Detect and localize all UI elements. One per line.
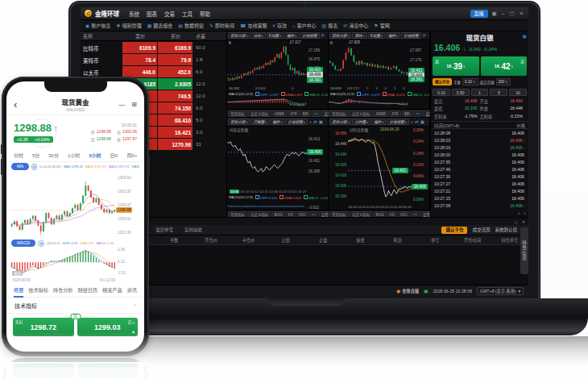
- timeframe-tab[interactable]: 30分: [48, 152, 59, 159]
- section-tab[interactable]: 相关产品: [102, 283, 122, 298]
- section-tab[interactable]: 持仓分析: [53, 283, 73, 298]
- timeframe-tab[interactable]: 周K: [126, 152, 135, 159]
- col-sell[interactable]: 卖价: [122, 32, 158, 40]
- timeframe-tab[interactable]: 5分: [32, 152, 39, 159]
- toolbar-button[interactable]: ⌂ 客户中心: [292, 22, 317, 29]
- indicator-tab[interactable]: BBI: [300, 110, 311, 117]
- toolbar-button[interactable]: ▦ 图表组合: [147, 22, 173, 29]
- live-stream-link[interactable]: ◉ 金隆直播: [396, 288, 419, 294]
- indicator-dropdown[interactable]: 指标▾: [284, 32, 299, 39]
- range-link[interactable]: 成交范围: [472, 227, 490, 233]
- watchlist-row[interactable]: 以太币 446.0 452.0 6.0: [81, 65, 226, 77]
- section-tab[interactable]: 资讯: [127, 283, 137, 298]
- period-dropdown[interactable]: 分时图▾: [352, 119, 371, 125]
- confirm-open-button[interactable]: 确认开仓: [433, 78, 452, 85]
- zoom-handle[interactable]: 缩放: [12, 271, 23, 276]
- buy-price-cell[interactable]: 16.421: [158, 127, 193, 138]
- indicator-dropdown[interactable]: 指标▾: [270, 119, 284, 125]
- buy-price-cell[interactable]: 1270.96: [158, 139, 193, 150]
- watchlist-row[interactable]: 莱特币 78.4 79.9 1.8: [81, 53, 226, 65]
- period-dropdown[interactable]: 日线▾: [251, 32, 265, 39]
- section-tab[interactable]: 技术指标: [28, 283, 48, 298]
- blotter-tab[interactable]: 当日单号: [150, 225, 179, 235]
- col-buy[interactable]: 买价: [158, 32, 193, 40]
- toolbar-button[interactable]: ❖ 组别管理: [116, 22, 141, 29]
- weekly-macd-chart[interactable]: [329, 97, 429, 109]
- lot-preset-button[interactable]: 1: [471, 89, 489, 96]
- weekly-candle-chart[interactable]: K 17.905 17.69717.17616.65616.13516.4211…: [329, 40, 429, 85]
- mobile-candle-chart[interactable]: 1306.631303.301299.971296.631293.301298.…: [10, 171, 140, 239]
- col-name[interactable]: 名称: [81, 32, 122, 40]
- blotter-column[interactable]: 开仓价: [193, 237, 230, 243]
- indicator-tab[interactable]: 自定义指标: [350, 110, 373, 117]
- sell-price-cell[interactable]: 78.4: [122, 54, 157, 65]
- indicator-dropdown[interactable]: 指标▾: [386, 32, 400, 39]
- tick-line-chart[interactable]: 闪电走势图 16.41316.40116.39516.406: [227, 127, 328, 189]
- blotter-column[interactable]: 开仓时间: [453, 237, 491, 243]
- positions-side-tab[interactable]: 持仓信息: [520, 227, 528, 274]
- symbol-dropdown[interactable]: 现货白银▾: [329, 119, 351, 125]
- period-dropdown[interactable]: 周线▾: [352, 32, 366, 39]
- toolbar-button[interactable]: ▤ 数据视窗: [178, 22, 204, 29]
- buy-price-cell[interactable]: 68.410: [158, 115, 193, 126]
- charttype-dropdown[interactable]: K线图▾: [267, 32, 284, 39]
- period-dropdown[interactable]: 闪电图▾: [251, 119, 269, 125]
- system-default-link[interactable]: 系统默认值: [495, 227, 517, 233]
- mobile-buy-button[interactable]: 买入 1299.03 ▲: [77, 318, 139, 336]
- timeframe-tab[interactable]: 1小时: [68, 152, 80, 159]
- back-icon[interactable]: ‹: [14, 98, 17, 110]
- watchlist-row[interactable]: 比特币 6109.9 6169.9 60.0: [81, 41, 226, 53]
- mobile-sell-button[interactable]: 卖出 1298.72: [13, 318, 74, 336]
- plus-icon[interactable]: +: [309, 119, 312, 124]
- menu-item[interactable]: 系统: [129, 10, 139, 18]
- buy-price-cell[interactable]: 749.5: [158, 90, 193, 102]
- sell-price-cell[interactable]: 6109.9: [122, 42, 157, 53]
- daily-candle-chart[interactable]: K 17.317 17.15616.87516.59316.42116.4061…: [227, 40, 328, 85]
- indicator-tab[interactable]: ATR: [389, 110, 401, 117]
- maximize-icon[interactable]: ▢: [508, 10, 515, 17]
- symbol-dropdown[interactable]: 现货白银▾: [228, 119, 250, 125]
- indicator-tab[interactable]: 自定义指标: [248, 110, 271, 117]
- swap-icon[interactable]: ⇄: [415, 119, 419, 124]
- indicator-tab[interactable]: ARBR: [374, 110, 389, 117]
- tech-indicator-section[interactable]: 技术指标 ›: [6, 298, 144, 314]
- menu-item[interactable]: 工具: [182, 10, 193, 18]
- price-alert-dropdown[interactable]: 价格提醒▾: [387, 119, 408, 125]
- toolbar-button[interactable]: ✎ 即时新闻: [209, 22, 234, 29]
- toolbar-button[interactable]: ◉ 账户信息: [85, 22, 110, 29]
- blotter-tab[interactable]: 实时动态: [179, 225, 208, 235]
- indicator-tab[interactable]: 常用指标: [228, 110, 247, 117]
- lot-preset-button[interactable]: 0.50: [452, 89, 470, 96]
- blotter-column[interactable]: 止盈: [304, 237, 342, 243]
- buy-price-cell[interactable]: 2.9305: [158, 78, 193, 90]
- timeframe-tab[interactable]: 分时: [14, 152, 23, 159]
- price-alert-button[interactable]: 价格提醒: [401, 32, 420, 39]
- charttype-dropdown[interactable]: K线图▾: [368, 32, 385, 39]
- fullscreen-icon[interactable]: ▣: [420, 119, 424, 124]
- intraday-line-chart[interactable]: 分时走势图 2018-06-25 16.45616.44616.43616.42…: [329, 127, 429, 204]
- gear-icon[interactable]: ⚙: [38, 240, 44, 247]
- menu-item[interactable]: 图表: [147, 10, 157, 18]
- lots-input[interactable]: 0.10⇅: [462, 78, 478, 85]
- sell-button[interactable]: 卖 16.391: [433, 56, 479, 76]
- section-tab[interactable]: 概要: [14, 283, 23, 298]
- chevron-down-icon[interactable]: ▾: [135, 153, 137, 158]
- range-input[interactable]: 200⇅: [496, 78, 511, 85]
- restore-icon[interactable]: ▣: [491, 10, 498, 17]
- ma-pill-button[interactable]: MA: [11, 163, 29, 170]
- blotter-column[interactable]: 平仓价: [230, 237, 267, 243]
- stepper-icon[interactable]: ⇅: [505, 80, 508, 84]
- close-panel-icon[interactable]: ✕: [522, 219, 525, 224]
- confirm-close-button[interactable]: 确认平仓: [441, 227, 467, 234]
- expand-icon[interactable]: ▣: [522, 33, 527, 39]
- sync-icon[interactable]: ⟳: [423, 33, 427, 38]
- lot-preset-button[interactable]: 0.10: [433, 89, 450, 96]
- lot-preset-button[interactable]: 10: [509, 89, 527, 96]
- tick-macd-chart[interactable]: -0.002: [227, 200, 328, 210]
- blotter-column[interactable]: 止损: [267, 237, 304, 243]
- scroll-up-icon[interactable]: ∧: [517, 211, 520, 217]
- timeframe-tab[interactable]: 2小时: [89, 152, 101, 159]
- toolbar-button[interactable]: ▥ 报表: [322, 22, 338, 29]
- stepper-icon[interactable]: ⇅: [473, 80, 476, 84]
- buy-price-cell[interactable]: 452.0: [158, 66, 193, 77]
